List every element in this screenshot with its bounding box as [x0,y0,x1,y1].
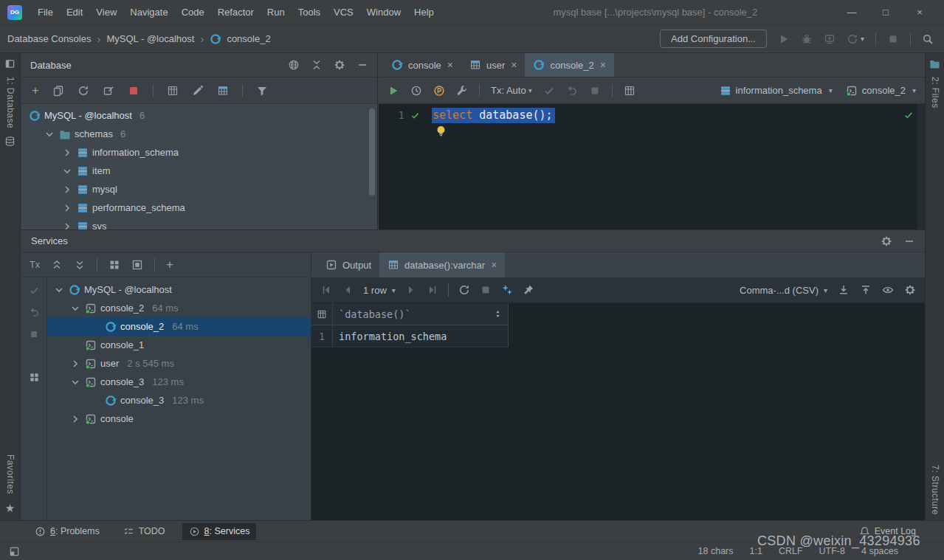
collapse-all-icon[interactable] [311,59,323,71]
tree-row-datasource[interactable]: MySQL - @localhost 6 [21,106,377,125]
table-view-icon[interactable] [217,85,229,97]
gear-icon[interactable] [904,284,916,296]
grid-corner-cell[interactable] [311,303,333,325]
debug-button[interactable] [801,33,813,45]
stop-button[interactable] [887,33,899,45]
commit-check-icon[interactable] [29,285,40,296]
rerun-button[interactable]: ▾ [847,33,864,45]
sort-icon[interactable] [494,309,502,319]
tab-console[interactable]: console × [383,53,461,77]
filter-funnel-icon[interactable] [256,85,268,97]
service-row-user[interactable]: user 2 s 545 ms [47,354,311,373]
tree-row-sys[interactable]: sys [21,217,377,229]
breadcrumb-database-consoles[interactable]: Database Consoles [7,33,91,44]
chevron-right-icon[interactable] [69,358,81,370]
grid-column-header[interactable]: `database()` [333,303,509,325]
hide-panel-icon[interactable] [356,59,368,71]
preview-frame-icon[interactable] [131,259,143,271]
search-everywhere-icon[interactable] [922,33,934,45]
rollback-icon[interactable] [566,85,578,97]
tx-label[interactable]: Tx [30,260,40,270]
grid-data-row[interactable]: 1 information_schema [311,325,509,348]
service-row-console-2[interactable]: console_2 64 ms [47,299,311,317]
modify-pencil-icon[interactable] [192,85,204,97]
toolwindow-button-database[interactable]: 1: Database [5,77,15,128]
service-row-console-3[interactable]: console_3 123 ms [47,373,311,391]
menu-navigate[interactable]: Navigate [123,4,174,21]
editor-scrollbar[interactable] [917,104,925,229]
next-page-icon[interactable] [405,284,417,296]
import-upload-icon[interactable] [860,284,872,296]
web-globe-icon[interactable] [288,59,300,71]
stop-icon[interactable] [29,329,39,339]
chevron-right-icon[interactable] [61,202,73,214]
add-datasource-icon[interactable]: + [32,86,39,96]
intention-bulb-icon[interactable] [435,125,447,137]
maximize-button[interactable]: □ [869,7,903,18]
menu-window[interactable]: Window [360,4,407,21]
commit-check-icon[interactable] [543,85,555,97]
layout-icon[interactable] [29,372,40,383]
group-by-icon[interactable] [108,259,120,271]
chevron-right-icon[interactable] [69,413,81,425]
menu-code[interactable]: Code [175,4,211,21]
services-button[interactable]: 8: Services [182,523,257,540]
close-icon[interactable]: × [491,259,497,271]
chevron-down-icon[interactable] [69,376,81,388]
previous-page-icon[interactable] [342,284,354,296]
chevron-right-icon[interactable] [61,184,73,196]
service-row-console-3-result[interactable]: console_3 123 ms [47,391,311,409]
menu-help[interactable]: Help [407,4,441,21]
toolwindow-button-structure[interactable]: 7: Structure [930,465,940,515]
menu-edit[interactable]: Edit [60,4,89,21]
editor-body[interactable]: 1 select database(); [379,104,925,229]
favorites-star-icon[interactable]: ★ [5,502,15,515]
toolwindow-button-favorites[interactable]: Favorites [5,454,15,494]
console-dropdown[interactable]: console_2 ▾ [846,85,916,97]
stop-connection-icon[interactable] [128,85,139,97]
last-page-icon[interactable] [427,284,438,296]
service-row-datasource[interactable]: MySQL - @localhost [47,280,311,299]
table-data-icon[interactable] [167,85,179,97]
expand-all-icon[interactable] [51,259,63,271]
tab-result[interactable]: database():varchar × [379,252,505,277]
parameters-icon[interactable] [433,85,445,97]
schema-dropdown[interactable]: information_schema ▾ [720,85,833,97]
code-area[interactable]: select database(); [426,104,925,229]
service-row-console-2-result[interactable]: console_2 64 ms [47,317,311,336]
database-stack-icon[interactable] [4,136,15,147]
add-configuration-button[interactable]: Add Configuration... [660,30,767,48]
breadcrumb-mysql-localhost[interactable]: MySQL - @localhost [106,33,194,44]
todo-button[interactable]: TODO [117,523,172,540]
in-editor-results-icon[interactable] [624,85,635,97]
selection-chars-widget[interactable]: 18 chars [698,546,734,556]
tab-output[interactable]: Output [317,252,379,277]
hide-panel-icon[interactable] [903,235,915,247]
tab-console-2[interactable]: console_2 × [525,53,613,77]
tree-row-item[interactable]: item [21,162,377,180]
scrollbar-thumb[interactable] [369,108,375,196]
gear-icon[interactable] [881,235,892,247]
edit-console-icon[interactable] [103,85,114,97]
chevron-down-icon[interactable] [44,128,55,140]
chevron-right-icon[interactable] [61,147,73,159]
problems-button[interactable]: 6: Problems [28,523,106,540]
menu-refactor[interactable]: Refactor [211,4,261,21]
pin-icon[interactable] [523,284,534,296]
toolwindow-button-files[interactable]: 2: Files [930,77,940,108]
close-button[interactable]: × [903,7,937,18]
tree-row-mysql[interactable]: mysql [21,180,377,198]
menu-file[interactable]: File [31,4,60,21]
export-download-icon[interactable] [838,284,850,296]
menu-vcs[interactable]: VCS [327,4,360,21]
toolwindow-toggle-icon[interactable] [9,546,20,557]
gear-icon[interactable] [334,59,345,71]
tree-row-performance-schema[interactable]: performance_schema [21,198,377,217]
minimize-button[interactable]: — [835,7,869,18]
menu-tools[interactable]: Tools [292,4,327,21]
run-button[interactable] [778,33,790,45]
history-clock-icon[interactable] [410,85,422,97]
extractor-dropdown[interactable]: Comma-...d (CSV) ▾ [740,285,827,296]
menu-run[interactable]: Run [261,4,292,21]
close-icon[interactable]: × [600,59,606,71]
